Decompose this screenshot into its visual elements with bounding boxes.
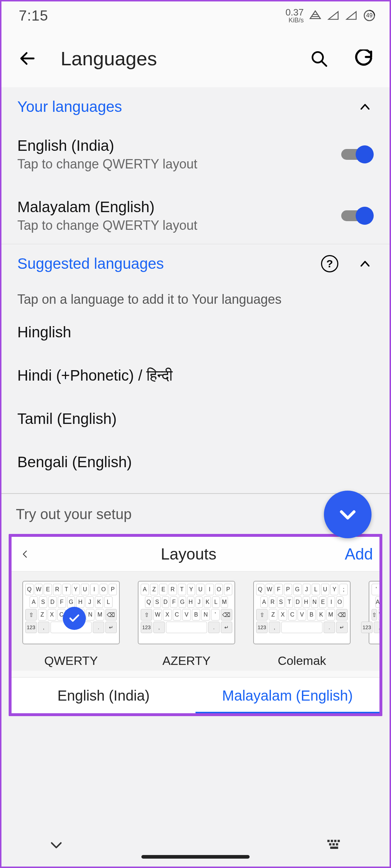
svg-rect-2 — [328, 840, 330, 842]
language-name: English (India) — [17, 137, 334, 154]
chevron-up-icon — [356, 98, 374, 115]
signal-icon-1 — [327, 9, 340, 22]
svg-rect-4 — [334, 840, 336, 842]
chevron-left-icon — [21, 549, 30, 559]
language-toggle-malayalam[interactable] — [341, 207, 374, 225]
nav-keyboard-button[interactable] — [323, 833, 346, 856]
page-title: Languages — [61, 47, 286, 70]
system-nav-bar — [1, 823, 390, 867]
nav-pill[interactable] — [141, 855, 250, 859]
chevron-down-icon — [337, 504, 359, 525]
layout-card-qwerty[interactable]: QWERTYUIOPASDFGHJKL⇧ZXCVBNM⌫123,.↵QWERTY — [19, 581, 123, 668]
svg-rect-8 — [336, 843, 338, 845]
layout-card-colemak[interactable]: QWFPGJLUY;ARSTDHNEIO⇧ZXCVBKM⌫123,.↵Colem… — [250, 581, 354, 668]
layout-caption: D — [365, 654, 379, 668]
arrow-left-icon — [18, 49, 37, 68]
suggested-hindi[interactable]: Hindi (+Phonetic) / हिन्दी — [1, 354, 390, 397]
chevron-up-icon — [356, 255, 374, 272]
suggested-hinglish[interactable]: Hinglish — [1, 311, 390, 354]
refresh-button[interactable] — [352, 47, 375, 70]
tab-malayalam-english[interactable]: Malayalam (English) — [196, 678, 379, 713]
app-bar: Languages — [1, 30, 390, 87]
suggested-languages-label: Suggested languages — [17, 255, 321, 272]
signal-icon-2 — [345, 9, 358, 22]
keyboard-icon — [327, 839, 343, 851]
refresh-icon — [355, 49, 373, 67]
back-button[interactable] — [16, 47, 39, 70]
battery-icon: 49 — [363, 9, 376, 22]
layouts-title: Layouts — [32, 545, 345, 563]
layouts-header: Layouts Add — [12, 537, 379, 571]
wifi-icon — [309, 9, 322, 22]
layouts-panel: Layouts Add QWERTYUIOPASDFGHJKL⇧ZXCVBNM⌫… — [9, 534, 382, 716]
chevron-down-icon — [48, 837, 64, 853]
svg-rect-9 — [330, 847, 338, 849]
layout-card-d[interactable]: ',.AOEU⇧'QJ⌫123,.↵D — [365, 581, 379, 668]
status-bar: 7:15 0.37 KiB/s 49 — [1, 1, 390, 30]
network-rate: 0.37 KiB/s — [285, 8, 304, 23]
search-icon — [310, 49, 328, 67]
svg-rect-5 — [338, 840, 340, 842]
layout-card-azerty[interactable]: AZERTYUIOPQSDFGHJKLM⇧WXCVBN'⌫123,.↵AZERT… — [134, 581, 239, 668]
suggested-hint: Tap on a language to add it to Your lang… — [1, 283, 390, 311]
language-toggle-english[interactable] — [341, 145, 374, 163]
language-row-malayalam[interactable]: Malayalam (English) Tap to change QWERTY… — [1, 183, 390, 244]
suggested-tamil[interactable]: Tamil (English) — [1, 397, 390, 440]
language-sub: Tap to change QWERTY layout — [17, 218, 334, 233]
expand-fab[interactable] — [324, 491, 372, 538]
help-icon[interactable]: ? — [321, 255, 338, 272]
language-row-english-india[interactable]: English (India) Tap to change QWERTY lay… — [1, 126, 390, 183]
status-time: 7:15 — [19, 8, 48, 24]
layouts-carousel[interactable]: QWERTYUIOPASDFGHJKL⇧ZXCVBNM⌫123,.↵QWERTY… — [12, 571, 379, 671]
suggested-bengali[interactable]: Bengali (English) — [1, 440, 390, 484]
search-button[interactable] — [307, 47, 330, 70]
your-languages-label: Your languages — [17, 98, 356, 115]
selected-check-icon — [63, 607, 86, 630]
nav-chevron-down[interactable] — [45, 833, 68, 856]
layout-caption: AZERTY — [134, 654, 239, 668]
svg-rect-6 — [329, 843, 331, 845]
layout-caption: QWERTY — [19, 654, 123, 668]
svg-rect-7 — [333, 843, 335, 845]
language-tabs: English (India) Malayalam (English) — [12, 677, 379, 713]
suggested-languages-header[interactable]: Suggested languages ? — [1, 244, 390, 283]
language-sub: Tap to change QWERTY layout — [17, 157, 334, 172]
language-name: Malayalam (English) — [17, 198, 334, 216]
layouts-add-button[interactable]: Add — [345, 545, 373, 563]
your-languages-header[interactable]: Your languages — [1, 87, 390, 126]
svg-rect-3 — [331, 840, 333, 842]
layouts-back-button[interactable] — [18, 547, 32, 561]
layout-caption: Colemak — [250, 654, 354, 668]
tab-english-india[interactable]: English (India) — [12, 678, 196, 713]
